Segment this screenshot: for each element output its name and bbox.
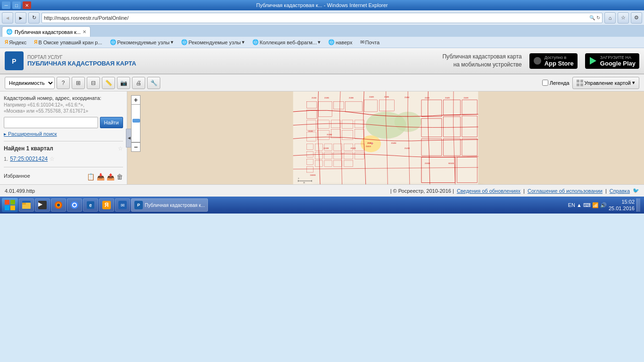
legend-checkbox[interactable] [542, 80, 548, 86]
screenshot-tool[interactable]: 📷 [117, 77, 130, 89]
appstore-badge[interactable]: Доступно в App Store [529, 53, 578, 69]
taskbar-rosreestr-icon: Р [134, 201, 143, 209]
status-version: 4.01.499.http [5, 188, 35, 194]
chevron-down-icon-2: ▾ [242, 39, 245, 45]
taskbar-item-firefox[interactable] [51, 198, 66, 212]
favorites-section: Избранное 📋 📥 📤 🗑 [4, 173, 123, 181]
bookmark-globe-icon: 🌐 [110, 39, 116, 45]
zoom-in-button[interactable]: + [131, 95, 140, 105]
refresh-icon[interactable]: ↻ [596, 15, 600, 20]
taskbar-item-rosreestr[interactable]: Р Публичная кадастровая к... [131, 198, 208, 212]
favorites-controls: 📋 📥 📤 🗑 [87, 173, 123, 181]
lang-indicator[interactable]: EN [568, 202, 575, 208]
taskbar-item-yandex[interactable]: Я [99, 198, 114, 212]
taskbar-item-mail[interactable]: ✉ [115, 198, 130, 212]
import-favorites-button[interactable]: 📥 [97, 173, 105, 181]
bookmark-omsk[interactable]: Я В Омске упавший кран р... [31, 39, 105, 46]
taskbar-right: EN ▲ ⌨ 📶 🔊 15:02 25.01.2016 [566, 198, 642, 212]
property-type-select[interactable]: Недвижимость Участок Здание Помещение [5, 77, 55, 89]
taskbar-firefox-icon [54, 201, 63, 209]
result-link-1[interactable]: 57:25:0021424 [10, 156, 48, 162]
appstore-text: Доступно в App Store [545, 55, 574, 67]
status-separator-1: | [523, 188, 525, 194]
taskbar-clock[interactable]: 15:02 25.01.2016 [609, 198, 635, 212]
minimize-button[interactable]: ─ [2, 1, 10, 9]
updates-link[interactable]: Сведения об обновлениях [457, 188, 520, 194]
legend-checkbox-label[interactable]: Легенда [542, 80, 570, 86]
search-button[interactable]: Найти [100, 117, 123, 128]
svg-text:21555: 21555 [425, 97, 429, 99]
refresh-button[interactable]: ↻ [28, 12, 40, 24]
googleplay-icon [589, 57, 597, 65]
site-title: ПУБЛИЧНАЯ КАДАСТРОВАЯ КАРТА [27, 60, 136, 67]
measure-tool[interactable]: ⊞ [72, 77, 85, 89]
svg-text:134306: 134306 [310, 174, 316, 176]
svg-text:21306: 21306 [349, 97, 354, 99]
advanced-search-link[interactable]: ▸ Расширенный поиск [4, 131, 123, 137]
bookmark-mail[interactable]: ✉ Почта [357, 38, 383, 46]
bookmark-yandex[interactable]: Я Яндекс [2, 39, 29, 46]
start-button[interactable] [2, 198, 18, 212]
bookmark-top[interactable]: 🌐 наверх [325, 38, 355, 46]
svg-text:21304: 21304 [327, 133, 332, 136]
address-bar[interactable]: http://maps.rosreestr.ru/PortalOnline/ 🔍… [41, 13, 603, 23]
svg-text:60101: 60101 [448, 162, 454, 165]
bookmarks-bar: Я Яндекс Я В Омске упавший кран р... 🌐 Р… [0, 37, 644, 48]
svg-text:25: 25 [303, 182, 305, 184]
taskbar-item-label: Публичная кадастровая к... [145, 203, 205, 208]
taskbar-item-explorer[interactable] [19, 198, 34, 212]
help-button[interactable]: ? [57, 77, 70, 89]
result-star-icon[interactable]: ☆ [50, 156, 55, 162]
help-link[interactable]: Справка [610, 188, 630, 194]
settings-tool[interactable]: 🔧 [147, 77, 160, 89]
favorites-button[interactable]: ☆ [618, 12, 629, 24]
maximize-button[interactable]: □ [12, 1, 21, 9]
page-body: Кадастровый номер, адрес, координата: На… [0, 91, 644, 184]
svg-text:21426: 21426 [463, 97, 468, 99]
volume-icon: 🔊 [600, 202, 607, 208]
export-favorites-button[interactable]: 📤 [107, 173, 115, 181]
bookmark-recommended-2[interactable]: 🌐 Рекомендуемые узлы ▾ [178, 38, 248, 46]
map-toolbar: Недвижимость Участок Здание Помещение ? … [0, 74, 644, 91]
search-input[interactable] [4, 117, 98, 128]
taskbar-item-windows[interactable]: e [83, 198, 98, 212]
show-desktop-button[interactable] [636, 198, 640, 212]
home-button[interactable]: ⌂ [604, 12, 616, 24]
googleplay-badge[interactable]: ЗАГРУЗИТЕ НА Google Play [585, 53, 639, 69]
zoom-scale[interactable] [131, 105, 140, 142]
close-button[interactable]: ✕ [23, 1, 31, 9]
add-to-favorites-button[interactable]: 📋 [87, 173, 95, 181]
svg-text:21430: 21430 [405, 147, 410, 149]
save-results-icon[interactable]: ☆ [118, 145, 123, 152]
taskbar-item-media[interactable]: ▶ [35, 198, 50, 212]
bookmark-collection[interactable]: 🌐 Коллекция веб-фрагм... ▾ [249, 38, 323, 46]
svg-text:21305: 21305 [324, 97, 329, 99]
taskbar-item-chrome[interactable] [67, 198, 82, 212]
back-button[interactable]: ◄ [2, 12, 13, 24]
zoom-tool[interactable]: ⊟ [87, 77, 100, 89]
zoom-out-button[interactable]: − [131, 142, 140, 152]
tab-close-button[interactable]: ✕ [83, 29, 86, 34]
agreement-link[interactable]: Соглашение об использовании [528, 188, 603, 194]
tab-favicon: 🌐 [6, 29, 13, 35]
zoom-handle[interactable] [132, 119, 140, 123]
bookmark-recommended-1[interactable]: 🌐 Рекомендуемые узлы ▾ [107, 38, 176, 46]
delete-favorites-button[interactable]: 🗑 [116, 173, 123, 181]
search-icon[interactable]: 🔍 [589, 15, 595, 20]
browser-toolbar: ◄ ► ↻ http://maps.rosreestr.ru/PortalOnl… [0, 10, 644, 25]
svg-text:21320: 21320 [323, 147, 329, 149]
print-tool[interactable]: 🖨 [132, 77, 145, 89]
browser-tab[interactable]: 🌐 Публичная кадастровая к... ✕ [2, 26, 91, 37]
apple-icon [533, 57, 542, 65]
divider-1 [4, 141, 123, 141]
manage-map-button[interactable]: Управление картой ▾ [572, 77, 639, 89]
copyright-text: | © Росреестр, 2010-2016 | [390, 188, 454, 194]
mobile-desc: Публичная кадастровая карта на мобильном… [442, 53, 521, 69]
chevron-down-icon: ▾ [171, 39, 173, 45]
header-right: Публичная кадастровая карта на мобильном… [442, 53, 639, 69]
svg-text:21406: 21406 [384, 96, 389, 98]
map-area[interactable]: 21104 21305 21306 21403 21406 21404 2155… [127, 91, 644, 184]
tools-button[interactable]: ⚙ [631, 12, 642, 24]
forward-button[interactable]: ► [15, 12, 26, 24]
ruler-tool[interactable]: 📏 [102, 77, 115, 89]
